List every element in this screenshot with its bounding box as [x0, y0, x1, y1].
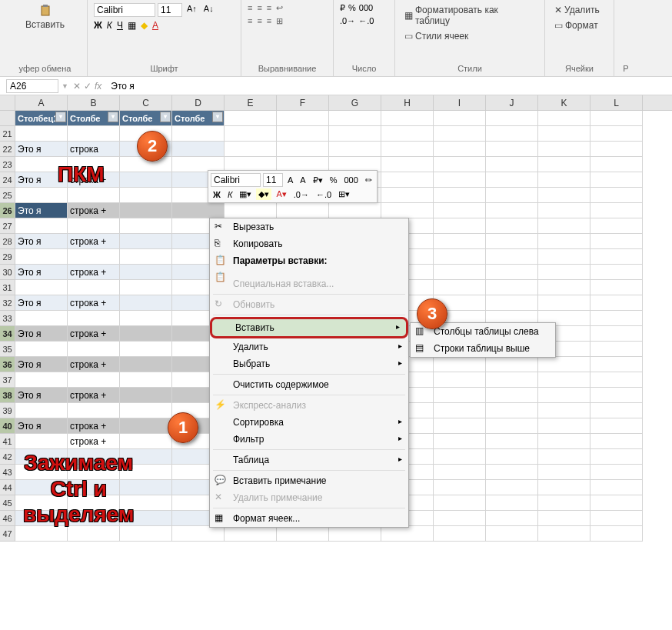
cell[interactable]: строка [68, 142, 120, 157]
cell[interactable] [590, 480, 643, 495]
cell-styles-button[interactable]: ▭Стили ячеек [401, 29, 471, 43]
cell[interactable]: Это я [15, 295, 68, 311]
cell[interactable] [68, 372, 120, 388]
cell[interactable] [590, 311, 643, 326]
cell[interactable] [486, 357, 538, 372]
cell[interactable] [590, 326, 643, 342]
cell[interactable] [538, 357, 590, 372]
mini-font-size[interactable] [263, 173, 283, 187]
cell[interactable] [434, 249, 486, 265]
cell[interactable] [590, 495, 643, 511]
cell[interactable] [68, 218, 120, 234]
row-header[interactable]: 39 [0, 403, 15, 418]
cell[interactable] [486, 126, 538, 142]
cell[interactable] [434, 418, 486, 434]
cell[interactable] [590, 465, 643, 480]
cell[interactable] [486, 157, 538, 172]
cell[interactable] [486, 111, 538, 126]
cell[interactable]: строка + [68, 357, 120, 372]
cell[interactable] [434, 280, 486, 295]
cell[interactable] [538, 526, 590, 542]
cell[interactable] [434, 434, 486, 449]
col-header[interactable]: L [590, 95, 643, 110]
row-header[interactable]: 22 [0, 142, 15, 157]
col-header[interactable]: J [486, 95, 538, 110]
row-header[interactable]: 28 [0, 234, 15, 249]
filter-icon[interactable]: ▾ [212, 112, 223, 122]
menu-clear[interactable]: Очистить содержимое [210, 376, 408, 393]
cell[interactable] [225, 526, 277, 542]
cell[interactable] [486, 511, 538, 526]
cell[interactable]: Это я [15, 142, 68, 157]
cell[interactable] [538, 126, 590, 142]
font-name-select[interactable] [94, 3, 155, 17]
enter-icon[interactable]: ✓ [84, 81, 91, 92]
col-header[interactable]: H [381, 95, 434, 110]
cell[interactable] [120, 403, 172, 418]
row-header[interactable]: 37 [0, 372, 15, 388]
cell[interactable] [15, 434, 68, 449]
cell[interactable] [538, 295, 590, 311]
inc-decimal-icon[interactable]: .0→ [291, 189, 311, 200]
font-color-icon[interactable]: А [152, 20, 158, 31]
col-header[interactable]: E [225, 95, 277, 110]
cell[interactable] [486, 418, 538, 434]
cell[interactable] [120, 342, 172, 357]
cell[interactable]: Это я [15, 265, 68, 280]
cell[interactable] [434, 157, 486, 172]
cell[interactable] [434, 111, 486, 126]
row-header[interactable]: 45 [0, 495, 15, 511]
cancel-icon[interactable]: ✕ [73, 81, 81, 92]
cell[interactable] [590, 172, 643, 188]
cell[interactable] [486, 203, 538, 218]
cell[interactable] [329, 126, 381, 142]
cell[interactable] [538, 157, 590, 172]
cell[interactable]: Это я [15, 203, 68, 218]
cell[interactable] [590, 188, 643, 203]
cell[interactable] [538, 280, 590, 295]
cell[interactable] [381, 188, 434, 203]
border-icon[interactable]: ▦ [128, 20, 136, 31]
cell[interactable] [15, 126, 68, 142]
shrink-font-icon[interactable]: A [298, 175, 308, 185]
comma-icon[interactable]: 000 [341, 175, 360, 185]
col-header[interactable]: I [434, 95, 486, 110]
cell[interactable] [538, 511, 590, 526]
row-header[interactable]: 26 [0, 203, 15, 218]
cell[interactable] [486, 388, 538, 403]
cell[interactable]: Это я [15, 326, 68, 342]
grow-font-icon[interactable]: A↑ [185, 3, 199, 17]
cell[interactable] [120, 418, 172, 434]
cell[interactable] [538, 172, 590, 188]
cell[interactable] [434, 126, 486, 142]
align-mid-icon[interactable]: ≡ [257, 3, 261, 13]
cell[interactable] [120, 311, 172, 326]
row-header[interactable]: 35 [0, 342, 15, 357]
dec-decimal-icon[interactable]: ←.0 [358, 16, 374, 25]
cell[interactable] [434, 142, 486, 157]
row-header[interactable]: 30 [0, 265, 15, 280]
cell[interactable] [590, 280, 643, 295]
fill-color-icon[interactable]: ◆ [141, 20, 148, 31]
cell[interactable] [120, 434, 172, 449]
cell[interactable] [120, 526, 172, 542]
underline-button[interactable]: Ч [117, 20, 123, 31]
cell[interactable] [120, 188, 172, 203]
cell[interactable] [120, 249, 172, 265]
cell[interactable] [538, 265, 590, 280]
cell[interactable] [434, 234, 486, 249]
cell[interactable] [15, 403, 68, 418]
cell[interactable]: строка + [68, 326, 120, 342]
percent-icon[interactable]: % [328, 175, 340, 185]
cell[interactable] [590, 218, 643, 234]
cell[interactable] [590, 388, 643, 403]
menu-delete[interactable]: Удалить [210, 338, 408, 355]
cell[interactable] [538, 418, 590, 434]
cell[interactable] [434, 526, 486, 542]
row-header[interactable]: 33 [0, 311, 15, 326]
cell[interactable] [590, 526, 643, 542]
submenu-rows-above[interactable]: ▤Строки таблицы выше [411, 340, 555, 357]
cell[interactable] [15, 249, 68, 265]
row-header[interactable]: 21 [0, 126, 15, 142]
col-header[interactable]: C [120, 95, 172, 110]
